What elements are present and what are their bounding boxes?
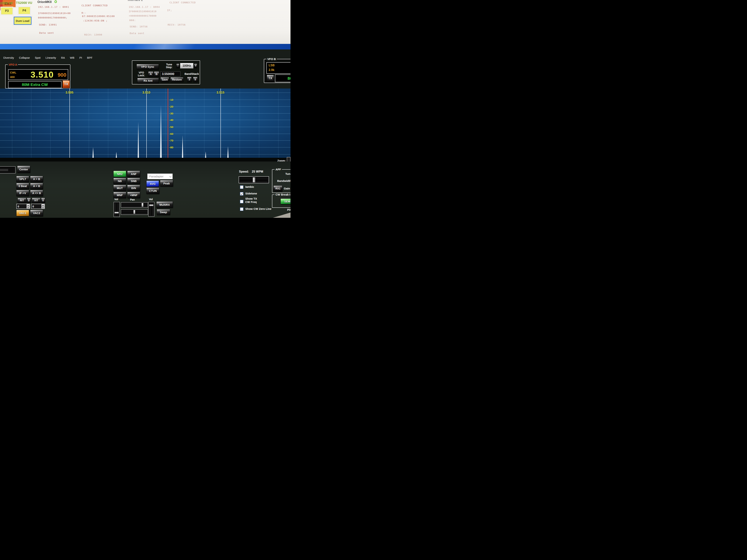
spectrum-signal-peak (93, 147, 94, 158)
mut-button[interactable]: MUT (113, 185, 126, 191)
volume-slider-sub[interactable] (148, 202, 155, 217)
button-a-b[interactable]: A <> B (30, 190, 43, 196)
spectrum-grid-line-v (50, 88, 51, 158)
display-pan-slider[interactable] (0, 166, 16, 174)
semi-break-in-button[interactable]: SEMI (281, 198, 290, 204)
bin-button[interactable]: BIN (127, 185, 140, 191)
vfo-a-panel: VFO A CWL 400 3.510 900 80M Extra CW TX (5, 64, 70, 88)
nr2-button[interactable]: NR2 (113, 171, 126, 177)
sidetone-checkbox[interactable] (240, 192, 243, 195)
xit-value[interactable]: 0 (41, 198, 45, 203)
chevron-down-icon (169, 175, 172, 178)
p3-button[interactable]: P3 (1, 7, 12, 15)
menu-item-bpf[interactable]: BPF (87, 56, 93, 59)
menu-item-linearity[interactable]: Linearity (46, 56, 56, 59)
frequency-marker-label: 3.505 (66, 91, 74, 95)
pan-slider-2[interactable] (121, 209, 148, 215)
tab-ts2000-vu[interactable]: TS2000 VU (16, 1, 32, 5)
vfo-a-frequency-display[interactable]: CWL 400 3.510 900 (8, 69, 68, 80)
menu-item-spot[interactable]: Spot (35, 56, 41, 59)
spectrum-grid-line-h (0, 106, 290, 107)
avg-button[interactable]: AVG (146, 181, 159, 187)
button-splt[interactable]: SPLT (16, 176, 29, 182)
dummy-load-button[interactable]: Dum Load (14, 17, 31, 25)
panadapter-spectrum[interactable]: 3.5053.5103.515-10-20-30-40-50-60-70-80 (0, 88, 290, 158)
center-frequency-line (168, 88, 168, 158)
button-if-v[interactable]: IF->V (16, 190, 29, 196)
menu-item-diversity[interactable]: Diversity (3, 56, 14, 59)
swap-button[interactable]: Swap (157, 209, 170, 215)
xit-button[interactable]: XIT (32, 198, 41, 203)
menu-item-collapse[interactable]: Collapse (19, 56, 30, 59)
vac1-button[interactable]: VAC1 (16, 210, 29, 216)
interface2-if-line3: 000: (129, 19, 136, 22)
ctun-button[interactable]: CTUN (146, 188, 159, 194)
mnf-button[interactable]: +MNF (127, 192, 140, 198)
vfo-lock-b-button[interactable]: B (154, 72, 159, 77)
vfo-operations-grid: SPLTA > B0 BeatA < BIF->VA <> B (16, 176, 43, 196)
orion-resp3: :12436:038:ON ; (83, 19, 107, 22)
bandstack-label: BandStack (184, 72, 199, 75)
center-button[interactable]: Center (17, 166, 30, 173)
orion-status: CLIENT CONNECTED (81, 4, 108, 7)
menu-item-ra[interactable]: RA (61, 56, 65, 59)
interface2-ip: 192.168.1.17 : 8004 (129, 5, 160, 8)
volume-slider-main[interactable] (113, 202, 120, 217)
menubar: DiversityCollapseSpotLinearityRAWBPIBPF (3, 56, 93, 59)
button-0-beat[interactable]: 0 Beat (16, 183, 29, 189)
tune-step-value[interactable]: 100Hz (180, 63, 194, 69)
show-tx-cw-freq-checkbox[interactable] (240, 200, 243, 203)
snb-button[interactable]: SNB (127, 178, 140, 184)
vac2-button[interactable]: VAC2 (30, 210, 43, 216)
vfo-b-tx-button[interactable]: TX (267, 75, 274, 82)
spinner-up-icon[interactable] (26, 204, 30, 206)
anf-button[interactable]: ANF (127, 171, 140, 177)
spectrum-signal-peak (160, 105, 162, 158)
rit-button[interactable]: RIT (18, 198, 26, 203)
nb-button[interactable]: NB (113, 178, 126, 184)
mnf-button[interactable]: MNF (113, 192, 126, 198)
iambic-checkbox[interactable] (240, 186, 243, 189)
spinner-up-icon[interactable] (41, 204, 45, 206)
display-mode-dropdown[interactable]: Panadapter (147, 174, 173, 179)
tune-step-increase-button[interactable]: + (194, 64, 197, 68)
vfo-b-band-display[interactable]: 80 (275, 75, 290, 82)
bandstack-5-button[interactable]: 5 (193, 77, 198, 82)
vfo-sync-button[interactable]: VFO Sync (136, 64, 159, 69)
apf-gain-label: Gain (284, 187, 290, 190)
rx1-button[interactable]: RX1 (274, 186, 282, 191)
vfo-a-band-display[interactable]: 80M Extra CW (8, 81, 61, 88)
show-cw-zero-line-checkbox[interactable] (240, 208, 243, 211)
vfo-b-frequency-display[interactable]: LSB 2.9k (266, 62, 290, 74)
bandstack-3-button[interactable]: 3 (187, 77, 191, 82)
apf-bandwidth-label: Bandwidth (277, 179, 290, 182)
xit-spinner[interactable]: 0 (31, 204, 45, 209)
restore-button[interactable]: Restore (171, 77, 183, 82)
tab-ts2000-hf[interactable]: S2000 HF (0, 1, 13, 5)
vfo-a-label: VFO A (8, 63, 18, 66)
p4-button[interactable]: P4 (19, 7, 30, 14)
rit-value[interactable]: 0 (27, 198, 31, 203)
button-a-b[interactable]: A > B (30, 176, 43, 182)
menu-item-pi[interactable]: PI (79, 56, 82, 59)
show-tx-cw-freq-label: Show TXCW Freq (245, 197, 257, 204)
cw-speed-slider[interactable] (239, 176, 269, 183)
spinner-down-icon[interactable] (41, 206, 45, 209)
db-scale-label: -80 (169, 146, 174, 149)
menu-item-wb[interactable]: WB (70, 56, 74, 59)
rit-spinner[interactable]: 0 (16, 204, 30, 209)
vfo-a-tx-button[interactable]: TX (62, 80, 70, 88)
button-a-b[interactable]: A < B (30, 183, 43, 189)
tune-step-decrease-button[interactable]: - (176, 64, 179, 68)
multirx-button[interactable]: MultiRX (156, 202, 173, 208)
vfo-lock-a-button[interactable]: A (148, 72, 153, 77)
cw-speed-row: Speed: 25 WPM (239, 170, 263, 174)
frequency-entry-field[interactable]: 3.550000 (160, 72, 180, 77)
spectrum-signal-peak (205, 152, 206, 158)
save-button[interactable]: Save (160, 77, 169, 82)
peak-button[interactable]: Peak (160, 180, 173, 186)
vfo-b-band-text: 80 (287, 76, 290, 81)
rx-ant-button[interactable]: Rx Ant (137, 78, 159, 83)
pan-slider-1[interactable] (121, 202, 148, 208)
spinner-down-icon[interactable] (26, 206, 30, 209)
